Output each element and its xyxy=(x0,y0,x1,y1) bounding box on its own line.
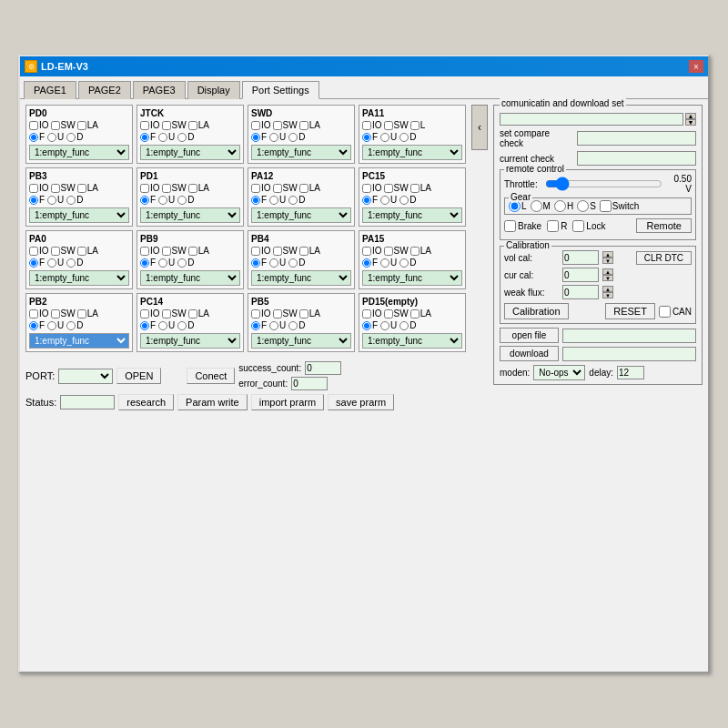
rb-d-pd15[interactable]: D xyxy=(399,320,416,330)
pin-select-pd0[interactable]: 1:empty_func xyxy=(29,145,129,160)
calibration-button[interactable]: Calibration xyxy=(504,303,569,319)
cb-sw-pd1[interactable]: SW xyxy=(162,183,187,193)
cb-la-pb5[interactable]: LA xyxy=(299,308,320,318)
gear-h[interactable]: H xyxy=(554,200,573,212)
cb-sw-pd0[interactable]: SW xyxy=(51,120,76,130)
rb-d-pa12[interactable]: D xyxy=(288,195,305,205)
rb-f-pd0[interactable]: F xyxy=(29,132,45,142)
cb-io-pd15-input[interactable] xyxy=(362,309,371,318)
rb-d-pb5[interactable]: D xyxy=(288,320,305,330)
rb-u-pb4-input[interactable] xyxy=(269,258,278,268)
port-select[interactable] xyxy=(58,369,113,384)
cb-la-pa12-input[interactable] xyxy=(299,184,308,193)
pin-select-jtck[interactable]: 1:empty_func xyxy=(140,145,240,160)
rb-f-pc14[interactable]: F xyxy=(140,320,156,330)
rb-f-pd15-input[interactable] xyxy=(362,321,371,330)
pin-select-pd1[interactable]: 1:empty_func xyxy=(140,207,240,223)
cb-sw-pa12-input[interactable] xyxy=(273,184,282,193)
scroll-up-arrow[interactable]: ▲ xyxy=(685,113,696,119)
cur-cal-down[interactable]: ▼ xyxy=(602,275,613,281)
cb-sw-swd[interactable]: SW xyxy=(273,120,298,130)
rb-f-pa15-input[interactable] xyxy=(362,258,371,268)
open-button[interactable]: OPEN xyxy=(116,368,161,384)
gear-s[interactable]: S xyxy=(577,200,596,212)
cb-la-pd1[interactable]: LA xyxy=(188,183,209,193)
cb-io-pd15[interactable]: IO xyxy=(362,308,382,318)
cb-la-pb3[interactable]: LA xyxy=(77,183,98,193)
rb-d-pc14[interactable]: D xyxy=(177,320,194,330)
vol-cal-input[interactable] xyxy=(562,250,599,265)
cb-io-pa15-input[interactable] xyxy=(362,247,371,256)
cb-la-pb9[interactable]: LA xyxy=(188,246,209,256)
close-button[interactable]: × xyxy=(689,60,703,73)
rb-f-pb5[interactable]: F xyxy=(251,320,267,330)
cb-io-pd1-input[interactable] xyxy=(140,184,149,193)
cb-sw-pa11-input[interactable] xyxy=(384,121,393,130)
can-cb[interactable] xyxy=(659,306,671,318)
cb-la-pb2-input[interactable] xyxy=(77,309,86,318)
rb-f-jtck[interactable]: F xyxy=(140,132,156,142)
cb-sw-pd1-input[interactable] xyxy=(162,184,171,193)
cb-sw-pb2-input[interactable] xyxy=(51,309,60,318)
rb-d-jtck-input[interactable] xyxy=(177,133,187,142)
cb-io-pa12[interactable]: IO xyxy=(251,183,271,193)
rb-f-pa12[interactable]: F xyxy=(251,195,267,205)
tab-page1[interactable]: PAGE1 xyxy=(24,81,76,99)
pin-select-pa11[interactable]: 1:empty_func xyxy=(362,145,462,160)
cb-la-pa0[interactable]: LA xyxy=(77,246,98,256)
tab-display[interactable]: Display xyxy=(187,81,240,99)
rb-d-pb9-input[interactable] xyxy=(177,258,187,268)
cb-sw-pd15[interactable]: SW xyxy=(384,308,409,318)
cb-sw-pc15-input[interactable] xyxy=(384,184,393,193)
can-label[interactable]: CAN xyxy=(659,306,692,318)
rb-d-pa0-input[interactable] xyxy=(66,258,76,268)
cb-la-pa0-input[interactable] xyxy=(77,247,86,256)
tab-port-settings[interactable]: Port Settings xyxy=(242,81,319,99)
pin-select-pb2[interactable]: 1:empty_func xyxy=(29,333,129,349)
cb-la-pb4[interactable]: LA xyxy=(299,246,320,256)
pin-select-pb9[interactable]: 1:empty_func xyxy=(140,270,240,286)
weak-flux-down[interactable]: ▼ xyxy=(602,292,613,298)
cb-io-jtck-input[interactable] xyxy=(140,121,149,130)
rb-d-swd-input[interactable] xyxy=(288,133,298,142)
rb-d-pb9[interactable]: D xyxy=(177,258,194,268)
cb-io-pa0-input[interactable] xyxy=(29,247,38,256)
cb-sw-pd15-input[interactable] xyxy=(384,309,393,318)
rb-f-pb9-input[interactable] xyxy=(140,258,149,268)
cb-la-pc14-input[interactable] xyxy=(188,309,197,318)
cb-io-pa12-input[interactable] xyxy=(251,184,260,193)
cb-la-jtck-input[interactable] xyxy=(188,121,197,130)
rb-u-pa15-input[interactable] xyxy=(380,258,389,268)
cb-la-pb4-input[interactable] xyxy=(299,247,308,256)
cb-l-pa11-input[interactable] xyxy=(410,121,420,130)
gear-switch-cb[interactable] xyxy=(600,200,612,212)
throttle-slider[interactable] xyxy=(545,178,662,189)
rb-u-pb2-input[interactable] xyxy=(47,321,56,330)
rb-d-pb5-input[interactable] xyxy=(288,321,298,330)
cb-la-pa15-input[interactable] xyxy=(410,247,420,256)
vol-cal-down[interactable]: ▼ xyxy=(602,258,613,264)
cb-sw-pa11[interactable]: SW xyxy=(384,120,409,130)
rb-d-swd[interactable]: D xyxy=(288,132,305,142)
rb-f-pa15[interactable]: F xyxy=(362,258,378,268)
cb-la-jtck[interactable]: LA xyxy=(188,120,209,130)
save-button[interactable]: save prarm xyxy=(328,394,394,410)
set-compare-input[interactable] xyxy=(577,131,696,146)
cb-sw-pb4-input[interactable] xyxy=(273,247,282,256)
rb-f-swd[interactable]: F xyxy=(251,132,267,142)
rb-u-pa0-input[interactable] xyxy=(47,258,56,268)
cb-sw-pb4[interactable]: SW xyxy=(273,246,298,256)
rb-d-pb4-input[interactable] xyxy=(288,258,298,268)
rb-d-pd0[interactable]: D xyxy=(66,132,83,142)
rb-u-pd15-input[interactable] xyxy=(380,321,389,330)
weak-flux-up[interactable]: ▲ xyxy=(602,286,613,292)
rb-f-pc15-input[interactable] xyxy=(362,196,371,205)
rb-d-pd15-input[interactable] xyxy=(399,321,409,330)
cb-io-pa15[interactable]: IO xyxy=(362,246,382,256)
rb-f-pc14-input[interactable] xyxy=(140,321,149,330)
brake-label[interactable]: Brake xyxy=(504,220,541,232)
rb-d-pc15[interactable]: D xyxy=(399,195,416,205)
pin-select-pc14[interactable]: 1:empty_func xyxy=(140,333,240,349)
cb-la-pc14[interactable]: LA xyxy=(188,308,209,318)
cb-sw-pb5-input[interactable] xyxy=(273,309,282,318)
